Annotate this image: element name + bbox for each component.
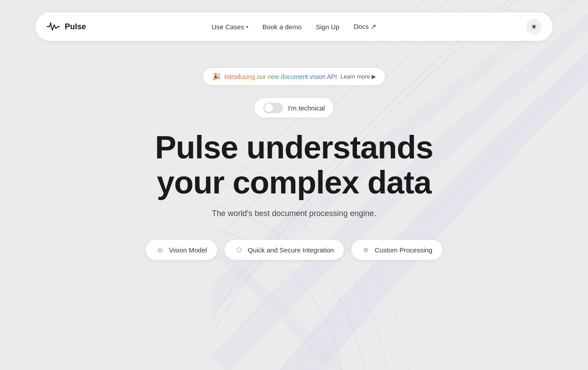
nav-links: Use Cases ▾ Book a demo Sign Up Docs ↗: [170, 23, 418, 31]
feature-pill-integration[interactable]: ⬡ Quick and Secure Integration: [224, 240, 344, 260]
nav-sign-up[interactable]: Sign Up: [316, 23, 339, 31]
hero-headline-line2: your complex data: [155, 165, 433, 200]
feature-pill-integration-label: Quick and Secure Integration: [248, 246, 334, 254]
announcement-emoji: 🎉: [212, 72, 221, 81]
sun-icon: ☀: [531, 23, 537, 31]
feature-pills: ◎ Vision Model ⬡ Quick and Secure Integr…: [145, 240, 443, 260]
hero-subtext: The world's best document processing eng…: [212, 209, 376, 218]
navbar: Pulse Use Cases ▾ Book a demo Sign Up Do…: [35, 12, 553, 41]
hero-headline-line1: Pulse understands: [155, 130, 433, 165]
processing-icon: ⊛: [361, 245, 370, 254]
announcement-learn-more[interactable]: Learn more ▶: [341, 73, 376, 80]
logo-area: Pulse: [46, 20, 170, 34]
nav-docs[interactable]: Docs ↗: [353, 23, 376, 31]
theme-toggle-button[interactable]: ☀: [526, 19, 542, 35]
feature-pill-processing-label: Custom Processing: [375, 246, 432, 254]
announcement-text: Introducing our new document vision API: [224, 73, 337, 80]
nav-use-cases[interactable]: Use Cases ▾: [212, 23, 248, 31]
logo-icon: [46, 20, 60, 34]
feature-pill-vision-model[interactable]: ◎ Vision Model: [145, 240, 217, 260]
svg-point-5: [50, 23, 51, 24]
feature-pill-processing[interactable]: ⊛ Custom Processing: [351, 240, 443, 260]
main-content: 🎉 Introducing our new document vision AP…: [0, 67, 588, 260]
nav-right: ☀: [418, 19, 542, 35]
toggle-knob: [264, 103, 273, 112]
toggle-label: I'm technical: [288, 104, 325, 112]
technical-toggle-switch[interactable]: [263, 102, 283, 113]
vision-model-icon: ◎: [156, 245, 165, 254]
integration-icon: ⬡: [235, 245, 243, 254]
nav-book-demo[interactable]: Book a demo: [263, 23, 302, 31]
feature-pill-vision-model-label: Vision Model: [169, 246, 207, 254]
technical-toggle-row: I'm technical: [255, 98, 334, 118]
chevron-down-icon: ▾: [246, 24, 248, 29]
hero-headline: Pulse understands your complex data: [155, 130, 433, 200]
announcement-banner[interactable]: 🎉 Introducing our new document vision AP…: [203, 67, 385, 86]
logo-text: Pulse: [65, 22, 86, 31]
